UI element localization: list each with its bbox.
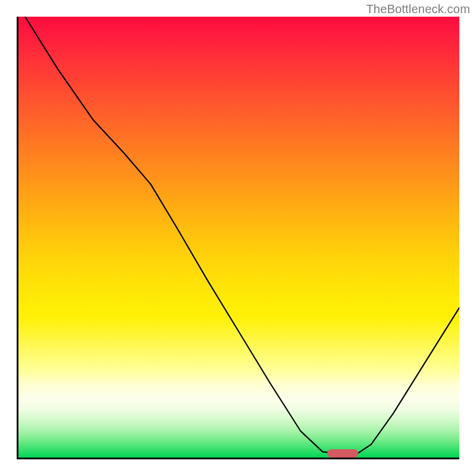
chart-container: TheBottleneck.com [0,0,476,476]
axes-frame [17,17,459,459]
watermark-text: TheBottleneck.com [366,2,470,16]
